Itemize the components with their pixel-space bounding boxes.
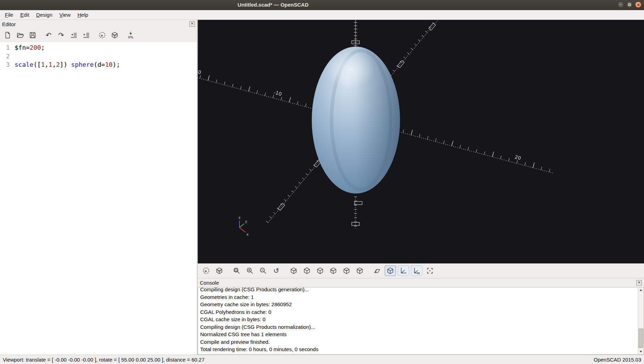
render-icon [215, 267, 223, 275]
menu-edit[interactable]: Edit [17, 11, 33, 19]
svg-text:STL: STL [128, 35, 134, 39]
svg-text:10: 10 [417, 272, 420, 275]
view-top-button[interactable] [301, 266, 312, 276]
render-button[interactable] [109, 30, 120, 40]
code-text: scale([1,1,2]) sphere(d=10); [15, 61, 120, 69]
zoom-all-button[interactable] [231, 266, 242, 276]
console-line: Compiling design (CSG Products generatio… [200, 287, 642, 293]
preview-icon: » [98, 31, 106, 39]
code-line[interactable]: 2 [0, 52, 197, 61]
titlebar: Untitled.scad* — OpenSCAD − ✕ [0, 0, 644, 10]
rendered-ellipsoid [312, 47, 400, 193]
console-line: Normalized CSG tree has 1 elements [200, 331, 642, 338]
view-right-button[interactable] [288, 266, 299, 276]
export-stl-icon: STL [127, 31, 134, 39]
editor-panel-header: Editor ✕ [0, 20, 197, 28]
console-close-icon[interactable]: ✕ [636, 280, 642, 286]
code-editor[interactable]: 1$fn=200;23scale([1,1,2]) sphere(d=10); [0, 42, 197, 355]
save-button[interactable] [27, 30, 38, 40]
axis-y-label: y [245, 219, 247, 224]
line-number: 2 [0, 52, 15, 61]
indent-button[interactable] [81, 30, 92, 40]
axis-indicator: z y x [238, 215, 249, 237]
view-orthogonal-icon [386, 267, 394, 275]
indent-icon [82, 31, 90, 39]
view-bottom-icon [316, 267, 324, 275]
console-panel: Console ✕ Compiling design (CSG Products… [198, 278, 644, 355]
editor-toolbar: ↶ ↷ » STL [0, 28, 197, 42]
open-folder-icon [16, 31, 24, 39]
menu-help[interactable]: Help [74, 11, 92, 19]
view-perspective-icon [373, 267, 381, 275]
view-bottom-button[interactable] [315, 266, 326, 276]
undo-icon: ↶ [46, 32, 52, 39]
unindent-button[interactable] [68, 30, 79, 40]
close-icon: ✕ [637, 3, 639, 7]
export-stl-button[interactable]: STL [125, 30, 136, 40]
reset-view-button[interactable]: ↺ [271, 266, 282, 276]
view-top-icon [303, 267, 311, 275]
close-button[interactable]: ✕ [635, 1, 642, 8]
view-perspective-button[interactable] [372, 266, 383, 276]
editor-panel-title: Editor [2, 21, 16, 27]
zoom-all-icon [233, 267, 241, 275]
zoom-out-button[interactable] [258, 266, 269, 276]
new-file-button[interactable] [2, 30, 13, 40]
console-output[interactable]: Compiling design (CSG Products generatio… [198, 287, 644, 355]
maximize-button[interactable] [626, 1, 633, 8]
view-front-icon [343, 267, 350, 275]
code-text: $fn=200; [15, 43, 45, 52]
editor-close-icon[interactable]: ✕ [189, 21, 195, 27]
console-lines: Compiling design (CSG Products generatio… [198, 287, 644, 353]
viewport-3d[interactable]: -20 -10 20 [198, 20, 644, 263]
svg-text:»: » [101, 33, 103, 38]
viewport-toolbar: » ↺ [198, 263, 644, 278]
code-line[interactable]: 1$fn=200; [0, 43, 197, 52]
menu-view[interactable]: View [56, 11, 74, 19]
console-line: Geometry cache size in bytes: 2860952 [200, 301, 642, 308]
preview-button[interactable]: » [97, 30, 108, 40]
view-right-icon [290, 267, 297, 275]
preview-button[interactable]: » [201, 266, 212, 276]
right-column: -20 -10 20 [198, 20, 644, 355]
open-file-button[interactable] [15, 30, 26, 40]
minimize-button[interactable]: − [618, 1, 624, 8]
view-left-button[interactable] [328, 266, 339, 276]
zoom-in-button[interactable] [244, 266, 255, 276]
scrollbar-thumb[interactable] [638, 329, 643, 348]
menu-bar: File Edit Design View Help [0, 10, 644, 20]
view-back-button[interactable] [354, 266, 365, 276]
view-back-icon [356, 267, 364, 275]
console-line: Geometries in cache: 1 [200, 293, 642, 301]
render-button[interactable] [214, 266, 225, 276]
view-front-button[interactable] [341, 266, 352, 276]
axis-z-label: z [238, 215, 241, 220]
maximize-icon [628, 3, 631, 6]
render-icon [111, 31, 119, 39]
show-axes-button[interactable] [398, 266, 409, 276]
redo-button[interactable]: ↷ [56, 30, 67, 40]
openscad-window: Untitled.scad* — OpenSCAD − ✕ File Edit … [0, 0, 644, 364]
minimize-icon: − [620, 3, 622, 7]
menu-design[interactable]: Design [33, 11, 56, 19]
console-line: CGAL Polyhedrons in cache: 0 [200, 308, 642, 316]
view-orthogonal-button[interactable] [385, 266, 396, 276]
menu-file[interactable]: File [1, 11, 17, 19]
unindent-icon [70, 31, 78, 39]
show-scale-markers-icon: 10 [413, 267, 421, 275]
show-crosshairs-button[interactable] [424, 266, 435, 276]
line-number: 3 [0, 61, 15, 69]
scroll-down-icon[interactable] [638, 349, 644, 354]
console-line: Compile and preview finished. [200, 338, 642, 346]
line-number: 1 [0, 43, 15, 52]
scroll-up-icon[interactable] [638, 287, 644, 293]
console-title: Console [200, 280, 219, 286]
console-scrollbar[interactable] [638, 287, 644, 354]
zoom-out-icon [259, 267, 267, 275]
version-text: OpenSCAD 2015.03 [594, 357, 641, 363]
status-bar: Viewport: translate = [ -0.00 -0.00 -0.0… [0, 355, 644, 364]
code-line[interactable]: 3scale([1,1,2]) sphere(d=10); [0, 61, 197, 69]
undo-button[interactable]: ↶ [43, 30, 54, 40]
show-scale-markers-button[interactable]: 10 [411, 266, 422, 276]
view-left-icon [329, 267, 337, 275]
